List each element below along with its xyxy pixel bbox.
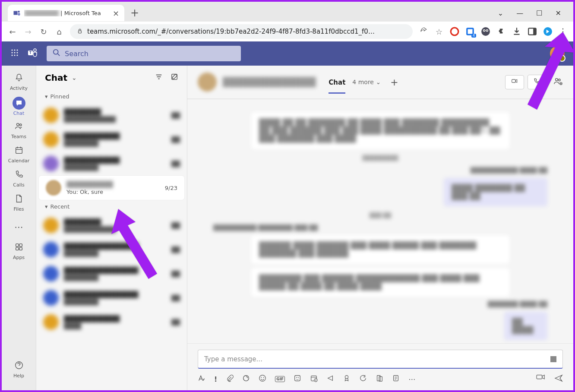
svg-point-11 — [487, 30, 487, 31]
video-clip-icon[interactable] — [536, 374, 546, 384]
more-actions-icon[interactable]: ⋯ — [408, 375, 415, 383]
svg-point-45 — [556, 79, 558, 81]
home-button[interactable]: ⌂ — [54, 27, 64, 36]
rail-apps[interactable]: Apps — [6, 239, 32, 263]
viva-icon[interactable] — [392, 374, 400, 384]
download-icon[interactable] — [512, 27, 521, 36]
priority-icon[interactable]: ! — [214, 375, 217, 383]
recent-chat-item[interactable]: ██████████████████████████ — [36, 262, 187, 286]
tab-more-dropdown[interactable]: 4 more ⌄ — [352, 79, 381, 85]
loop-icon[interactable] — [242, 374, 250, 384]
gif-icon[interactable]: GIF — [275, 376, 285, 382]
file-icon — [14, 194, 24, 205]
recent-chat-item[interactable]: ██████████████████████████ — [36, 237, 187, 262]
svg-point-46 — [558, 79, 560, 81]
add-people-icon[interactable] — [553, 76, 563, 88]
search-icon — [53, 49, 60, 58]
rail-files[interactable]: Files — [6, 191, 32, 215]
calendar-icon — [14, 145, 24, 157]
updates-icon[interactable] — [376, 374, 383, 384]
browser-menu-icon[interactable]: ⋮ — [559, 26, 567, 37]
ext-icon-red-o[interactable] — [450, 27, 459, 36]
svg-text:T: T — [29, 51, 32, 55]
pinned-chat-item-selected[interactable]: ██████████ You: Ok, sure 9/23 — [39, 176, 184, 200]
svg-line-28 — [58, 54, 60, 56]
search-box[interactable] — [47, 46, 241, 61]
message-list[interactable]: ████ ██ ██ ███████ ██ ████ ███ ███████ █… — [187, 99, 573, 343]
side-panel-icon[interactable] — [528, 27, 537, 36]
schedule-icon[interactable] — [310, 374, 318, 384]
svg-point-29 — [16, 123, 19, 126]
emoji-picker-icon[interactable] — [550, 356, 556, 362]
compose-input-box[interactable] — [198, 350, 563, 369]
approvals-icon[interactable] — [359, 374, 367, 384]
url-bar[interactable]: teams.microsoft.com/_#/conversations/19:… — [70, 24, 413, 39]
video-call-button[interactable] — [505, 75, 524, 89]
chevron-down-icon[interactable]: ⌄ — [498, 9, 503, 17]
maximize-icon[interactable]: ☐ — [536, 9, 542, 17]
chat-panel: Chat ⌄ ▾ Pinned ██████████████████████ █… — [36, 66, 187, 390]
ext-icon-blue-s[interactable] — [543, 27, 553, 36]
recent-chat-item[interactable]: ██████████████████████ — [36, 213, 187, 237]
url-text: teams.microsoft.com/_#/conversations/19:… — [87, 28, 375, 35]
tab-row: ████████ | Microsoft Tea × + ⌄ — ☐ ✕ — [2, 2, 573, 22]
conversation-tabs: Chat 4 more ⌄ + — [329, 77, 398, 88]
audio-call-button[interactable] — [528, 75, 546, 89]
svg-point-10 — [484, 30, 485, 31]
message-input[interactable] — [204, 355, 550, 363]
bookmark-star-icon[interactable]: ☆ — [434, 27, 444, 36]
new-tab-button[interactable]: + — [130, 7, 139, 19]
send-button[interactable] — [554, 374, 563, 384]
tab-chat[interactable]: Chat — [329, 79, 345, 94]
format-icon[interactable] — [198, 374, 205, 384]
ext-icon-blue-box[interactable]: 4 — [465, 27, 475, 36]
attach-icon[interactable] — [226, 374, 234, 384]
stream-icon[interactable] — [326, 374, 334, 384]
pinned-chat-item[interactable]: ██████████████████████ — [36, 152, 187, 176]
chevron-down-icon[interactable]: ⌄ — [72, 74, 77, 81]
chat-bubble-icon — [13, 97, 25, 110]
rail-calls[interactable]: Calls — [6, 167, 32, 191]
ext-icon-face[interactable] — [481, 27, 490, 36]
waffle-icon[interactable] — [10, 48, 19, 59]
add-tab-button[interactable]: + — [390, 77, 398, 88]
forward-button[interactable]: → — [23, 27, 33, 36]
share-icon[interactable] — [419, 27, 428, 36]
minimize-icon[interactable]: — — [516, 9, 523, 17]
svg-point-18 — [12, 52, 13, 54]
svg-rect-69 — [537, 375, 542, 379]
pinned-chat-item[interactable]: ██████████████████████ — [36, 127, 187, 152]
date-separator: ███ ██ — [202, 212, 559, 218]
recent-chat-item[interactable]: ██████████████████ — [36, 310, 187, 334]
message-bubble: ████████ ███ ██████ ████████████ ███ ███… — [251, 268, 509, 297]
profile-avatar[interactable] — [550, 46, 565, 61]
pinned-chat-item[interactable]: ██████████████████████ — [36, 103, 187, 127]
reload-button[interactable]: ↻ — [39, 27, 48, 36]
rail-activity[interactable]: Activity — [6, 70, 32, 94]
recent-section-header[interactable]: ▾ Recent — [36, 200, 187, 213]
rail-teams[interactable]: Teams — [6, 118, 32, 142]
praise-icon[interactable] — [343, 374, 351, 384]
rail-help[interactable]: Help — [6, 357, 32, 382]
filter-icon[interactable] — [155, 73, 163, 82]
rail-more[interactable]: ⋯ — [6, 215, 32, 239]
browser-tab[interactable]: ████████ | Microsoft Tea × — [8, 5, 124, 21]
search-input[interactable] — [65, 50, 235, 58]
bell-icon — [14, 73, 24, 85]
recent-chat-item[interactable]: ██████████████████████████ — [36, 286, 187, 310]
caret-down-icon: ▾ — [45, 93, 48, 100]
puzzle-icon[interactable] — [496, 27, 506, 36]
contact-avatar[interactable] — [198, 73, 217, 92]
teams-logo-icon[interactable]: T — [28, 47, 38, 60]
compose-icon[interactable] — [171, 73, 178, 82]
back-button[interactable]: ← — [8, 27, 17, 36]
svg-rect-38 — [19, 247, 22, 250]
rail-chat[interactable]: Chat — [6, 94, 32, 118]
emoji-icon[interactable] — [259, 374, 266, 384]
pinned-section-header[interactable]: ▾ Pinned — [36, 90, 187, 103]
close-window-icon[interactable]: ✕ — [556, 9, 561, 17]
svg-point-55 — [296, 377, 297, 378]
close-tab-icon[interactable]: × — [113, 9, 119, 18]
sticker-icon[interactable] — [294, 374, 301, 384]
rail-calendar[interactable]: Calendar — [6, 142, 32, 167]
